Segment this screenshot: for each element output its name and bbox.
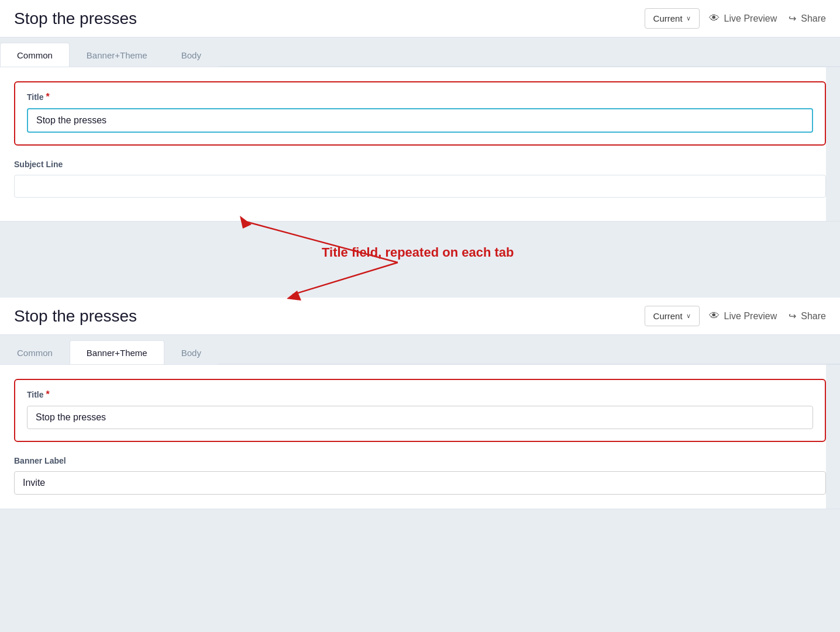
- eye-icon-2: 👁: [709, 310, 719, 322]
- page-title-2: Stop the presses: [14, 307, 635, 326]
- title-input-1[interactable]: [27, 108, 813, 133]
- live-preview-button-2[interactable]: 👁 Live Preview: [709, 310, 777, 322]
- panel-2-header: Stop the presses Current ∨ 👁 Live Previe…: [0, 298, 840, 335]
- current-label-1: Current: [653, 13, 683, 23]
- tab-separator-2: [218, 340, 840, 364]
- svg-line-2: [292, 263, 398, 295]
- tab-banner-theme-2[interactable]: Banner+Theme: [70, 340, 164, 365]
- share-button-1[interactable]: ↪ Share: [789, 13, 826, 24]
- required-star-2: *: [46, 389, 50, 400]
- panel-1-content: Title * Subject Line: [0, 67, 840, 221]
- tab-common-1[interactable]: Common: [0, 43, 70, 67]
- banner-label-input[interactable]: [14, 471, 826, 495]
- chevron-down-icon-2: ∨: [686, 312, 691, 320]
- title-input-2[interactable]: [27, 406, 813, 429]
- subject-line-label-1: Subject Line: [14, 160, 826, 169]
- required-star-1: *: [46, 92, 50, 102]
- tab-separator-1: [218, 42, 840, 67]
- title-section-2: Title *: [14, 379, 826, 442]
- eye-icon-1: 👁: [709, 12, 719, 25]
- share-label-1: Share: [801, 13, 826, 24]
- page-title-1: Stop the presses: [14, 9, 635, 28]
- tab-body-2[interactable]: Body: [164, 340, 218, 365]
- panel-1: Stop the presses Current ∨ 👁 Live Previe…: [0, 0, 840, 222]
- live-preview-label-2: Live Preview: [724, 311, 777, 322]
- annotation-text: Title field, repeated on each tab: [322, 245, 514, 260]
- chevron-down-icon-1: ∨: [686, 15, 691, 22]
- current-dropdown-1[interactable]: Current ∨: [645, 8, 700, 29]
- share-icon-1: ↪: [789, 13, 796, 24]
- annotation-area: Title field, repeated on each tab: [0, 222, 840, 298]
- panel-2: Stop the presses Current ∨ 👁 Live Previe…: [0, 298, 840, 509]
- current-dropdown-2[interactable]: Current ∨: [645, 306, 700, 326]
- share-button-2[interactable]: ↪ Share: [789, 310, 826, 322]
- tabs-bar-2: Common Banner+Theme Body: [0, 335, 840, 364]
- title-section-1: Title *: [14, 81, 826, 146]
- tab-banner-theme-1[interactable]: Banner+Theme: [70, 43, 164, 67]
- subject-line-input-1[interactable]: [14, 175, 826, 198]
- panel-1-header: Stop the presses Current ∨ 👁 Live Previe…: [0, 0, 840, 37]
- title-label-2: Title *: [27, 389, 813, 400]
- tabs-bar-1: Common Banner+Theme Body: [0, 37, 840, 67]
- header-right-2: 👁 Live Preview ↪ Share: [709, 310, 826, 322]
- panel-2-content: Title * Banner Label: [0, 364, 840, 509]
- live-preview-button-1[interactable]: 👁 Live Preview: [709, 12, 777, 25]
- share-label-2: Share: [801, 311, 826, 322]
- current-label-2: Current: [653, 311, 683, 321]
- header-right-1: 👁 Live Preview ↪ Share: [709, 12, 826, 25]
- live-preview-label-1: Live Preview: [724, 13, 777, 24]
- title-label-1: Title *: [27, 92, 813, 102]
- banner-label-label: Banner Label: [14, 456, 826, 465]
- subject-line-section-1: Subject Line: [14, 160, 826, 198]
- share-icon-2: ↪: [789, 310, 796, 322]
- banner-label-section: Banner Label: [14, 456, 826, 495]
- tab-body-1[interactable]: Body: [164, 43, 218, 67]
- right-sidebar-strip-1: [826, 67, 840, 221]
- tab-common-2[interactable]: Common: [0, 340, 70, 365]
- right-sidebar-strip-2: [826, 365, 840, 509]
